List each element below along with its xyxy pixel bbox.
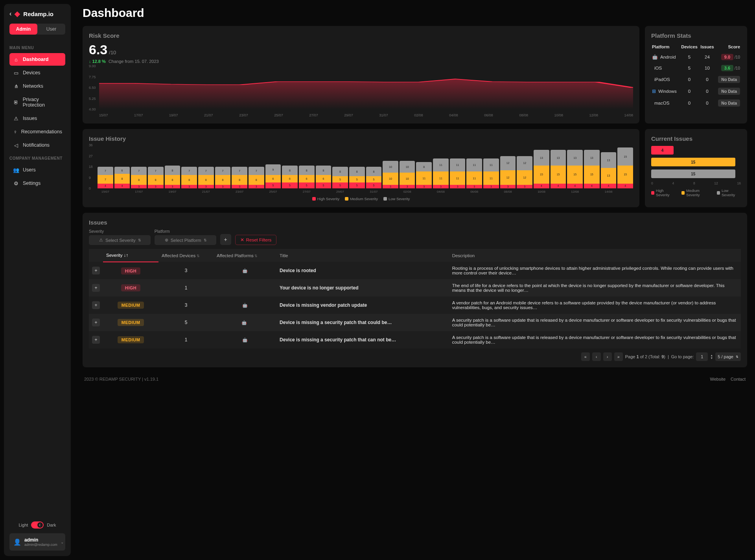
issue-description: A security patch is a software update th… bbox=[449, 314, 741, 331]
history-bar: 883 bbox=[165, 145, 180, 188]
nav-devices[interactable]: ▭Devices bbox=[9, 66, 65, 79]
issue-title: Device is missing a security patch that … bbox=[276, 314, 449, 331]
brand-name: Redamp.io bbox=[23, 11, 53, 17]
severity-badge: HIGH bbox=[121, 267, 141, 274]
goto-label: Go to page: bbox=[671, 354, 694, 359]
affected-devices: 5 bbox=[158, 314, 214, 331]
android-icon: 🤖 bbox=[242, 303, 248, 308]
back-icon[interactable]: ‹ bbox=[9, 10, 11, 17]
issue-description: Rooting is a process of unlocking smartp… bbox=[449, 262, 741, 279]
add-filter-button[interactable]: + bbox=[220, 234, 231, 245]
megaphone-icon: ◁ bbox=[13, 142, 19, 148]
issue-history-title: Issue History bbox=[89, 135, 633, 142]
platform-name: iPadOS bbox=[654, 77, 670, 82]
tab-user[interactable]: User bbox=[37, 24, 65, 35]
affected-platforms: 🤖 bbox=[214, 297, 276, 314]
history-bar: 855 bbox=[366, 145, 382, 188]
platform-issues: 10 bbox=[699, 63, 715, 74]
history-bar: 12123 bbox=[517, 145, 532, 188]
main-content: Dashboard Risk Score 6.3 /10 ↓ 12.8 % Ch… bbox=[75, 0, 755, 560]
warning-icon: ⚠ bbox=[99, 238, 103, 243]
nav-notifications[interactable]: ◁Notifications bbox=[9, 139, 65, 151]
footer-contact-link[interactable]: Contact bbox=[731, 377, 746, 381]
platform-name: macOS bbox=[654, 101, 669, 105]
risk-change-text: Change from 15. 07. 2023 bbox=[109, 59, 159, 64]
platform-issues: 0 bbox=[699, 85, 715, 97]
theme-switch[interactable]: ☾ bbox=[31, 521, 44, 529]
nav-users[interactable]: 👥Users bbox=[9, 164, 65, 176]
platform-devices: 0 bbox=[680, 97, 699, 109]
goto-page-input[interactable] bbox=[696, 352, 708, 361]
footer-website-link[interactable]: Website bbox=[710, 377, 726, 381]
expand-row-button[interactable]: + bbox=[92, 319, 100, 326]
history-bar: 774 bbox=[98, 145, 113, 188]
history-bar: 855 bbox=[349, 145, 365, 188]
col-description[interactable]: Description bbox=[449, 249, 741, 262]
section-company: COMPANY MANAGEMENT bbox=[9, 156, 65, 160]
issue-description: The end of life for a device refers to t… bbox=[449, 279, 741, 297]
platform-issues: 24 bbox=[699, 52, 715, 63]
current-bar: 15 bbox=[651, 169, 741, 178]
shield-icon: ⛨ bbox=[13, 99, 19, 105]
affected-devices: 3 bbox=[158, 297, 214, 314]
severity-badge: MEDIUM bbox=[118, 336, 144, 343]
history-bar: 783 bbox=[198, 145, 214, 188]
android-icon: 🤖 bbox=[242, 268, 248, 273]
nav-privacy[interactable]: ⛨Privacy Protection bbox=[9, 93, 65, 111]
nav-dashboard[interactable]: ⌂Dashboard bbox=[9, 53, 65, 66]
platform-select[interactable]: ⊕ Select Platform ⇅ bbox=[155, 235, 216, 245]
page-last-button[interactable]: » bbox=[614, 352, 623, 361]
platform-row: iPadOS00No Data bbox=[651, 74, 741, 85]
expand-row-button[interactable]: + bbox=[92, 284, 100, 292]
severity-badge: HIGH bbox=[121, 284, 141, 291]
expand-row-button[interactable]: + bbox=[92, 301, 100, 309]
platform-row: macOS00No Data bbox=[651, 97, 741, 109]
col-title[interactable]: Title bbox=[276, 249, 449, 262]
chevron-updown-icon: ⇅ bbox=[138, 238, 141, 242]
page-title: Dashboard bbox=[83, 6, 747, 20]
page-next-button[interactable]: › bbox=[603, 352, 612, 361]
expand-row-button[interactable]: + bbox=[92, 267, 100, 274]
user-menu[interactable]: 👤 admin admin@redamp.com ⌄ bbox=[9, 533, 65, 551]
reset-filters-button[interactable]: ✕ Reset Filters bbox=[235, 235, 277, 245]
tab-admin[interactable]: Admin bbox=[9, 24, 37, 35]
history-bar: 11113 bbox=[466, 145, 482, 188]
arrow-down-icon: ↓ bbox=[89, 59, 91, 64]
history-bar: 13154 bbox=[551, 145, 566, 188]
nav-recommendations[interactable]: ♀Recommendations bbox=[9, 125, 65, 138]
history-bar: 13134 bbox=[601, 145, 617, 188]
goto-stepper[interactable]: ▲▼ bbox=[710, 354, 713, 359]
affected-platforms bbox=[214, 279, 276, 297]
warning-icon: ⚠ bbox=[13, 116, 19, 121]
nav-networks[interactable]: ⋔Networks bbox=[9, 80, 65, 92]
history-bar: 865 bbox=[282, 145, 298, 188]
issue-row: +HIGH1Your device is no longer supported… bbox=[89, 279, 741, 297]
nav-settings[interactable]: ⚙Settings bbox=[9, 177, 65, 190]
page-size-select[interactable]: 5 / page⇅ bbox=[715, 352, 741, 361]
risk-max: /10 bbox=[109, 50, 116, 55]
bulb-icon: ♀ bbox=[13, 129, 17, 134]
col-affected-platforms[interactable]: Affected Platforms bbox=[214, 249, 276, 262]
page-prev-button[interactable]: ‹ bbox=[592, 352, 601, 361]
col-issues: Issues bbox=[699, 42, 715, 52]
current-bar: 15 bbox=[651, 158, 741, 166]
network-icon: ⋔ bbox=[13, 83, 19, 89]
chevron-updown-icon: ⇅ bbox=[204, 238, 207, 242]
expand-row-button[interactable]: + bbox=[92, 336, 100, 344]
page-first-button[interactable]: « bbox=[581, 352, 590, 361]
no-data-badge: No Data bbox=[718, 99, 740, 107]
risk-value: 6.3 bbox=[89, 42, 107, 57]
col-severity[interactable]: Severity ↓↑ bbox=[103, 249, 158, 262]
android-icon: 🤖 bbox=[241, 320, 247, 325]
sort-icon: ↓↑ bbox=[124, 253, 129, 258]
platform-icon: ⊞ bbox=[652, 88, 656, 94]
severity-badge: MEDIUM bbox=[118, 319, 144, 326]
sidebar: ‹ ◆ Redamp.io Admin User MAIN MENU ⌂Dash… bbox=[4, 4, 71, 556]
col-affected-devices[interactable]: Affected Devices bbox=[158, 249, 214, 262]
history-bar: 783 bbox=[181, 145, 197, 188]
nav-issues[interactable]: ⚠Issues bbox=[9, 112, 65, 125]
affected-platforms: 🤖 bbox=[214, 262, 276, 279]
gear-icon: ⚙ bbox=[13, 181, 19, 186]
platform-devices: 5 bbox=[680, 52, 699, 63]
severity-select[interactable]: ⚠ Select Severity ⇅ bbox=[89, 235, 151, 245]
